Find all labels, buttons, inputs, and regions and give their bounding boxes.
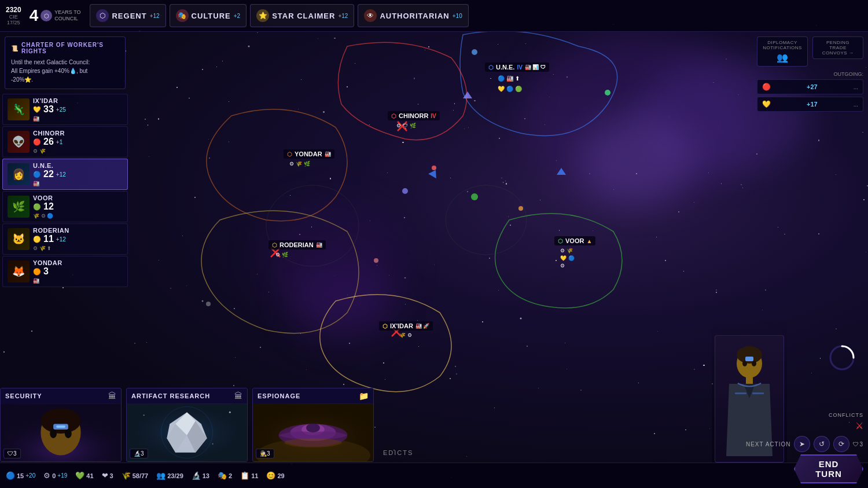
security-card[interactable]: SECURITY 🏛 [0,388,122,462]
end-turn-button[interactable]: ENDTURN [794,454,863,483]
trade-rows: 🔴 +27 ... 💛 +17 ... [752,79,868,119]
une-icons: 🔵🏭⬆ [498,75,520,82]
empire-roderian[interactable]: 🐱 RODERIAN 🟡 11 +12 ⚙ 🌾 ⬆ [2,223,128,255]
faction-regent[interactable]: ⬡ REGENT +12 [90,4,165,27]
svg-point-45 [49,438,72,452]
faction-star-claimer[interactable]: ⭐ STAR CLAIMER +12 [250,4,354,27]
trade-row-1[interactable]: 🔴 +27 ... [757,79,863,94]
roderian-avatar: 🐱 [8,228,30,250]
empire-ixidar[interactable]: 🦎 IX'IDAR 💛 33 +25 🏭 [2,94,128,125]
svg-point-24 [636,173,637,174]
diplomacy-header: DIPLOMACY NOTIFICATIONS 👥 PENDING TRADE … [752,32,868,71]
map-label-ixidar[interactable]: ⬡ IX'IDAR 🏭 🚀 [379,321,433,331]
charter-card[interactable]: 📜 CHARTER OF WORKER'S RIGHTS Until the n… [5,36,126,89]
science-icon: 🔬 [192,471,201,480]
star-claimer-icon: ⭐ [256,9,269,22]
svg-rect-44 [56,425,65,428]
svg-point-2 [471,193,478,200]
une-icons2: 💛🔵🟢 [498,86,522,92]
authoritarian-icon: 👁 [364,9,377,22]
espionage-header: ESPIONAGE 📁 [253,388,373,403]
svg-rect-35 [752,392,764,394]
svg-point-6 [374,258,378,263]
faction-culture[interactable]: 🎭 CULTURE +2 [170,4,247,27]
trade-row-2[interactable]: 💛 +17 ... [757,97,863,112]
refresh-btn[interactable]: ↺ [814,436,830,452]
ixidar-icons: 🌾⚙ [399,332,412,338]
right-panel: DIPLOMACY NOTIFICATIONS 👥 PENDING TRADE … [752,32,868,119]
stat-culture[interactable]: 🎭 2 [218,471,232,480]
food-icon: 🌾 [122,471,131,480]
map-label-chinorr[interactable]: ⬡ CHINORR IV [388,111,440,120]
charter-body: Until the next Galactic Council: All Emp… [11,58,119,84]
empire-yondar[interactable]: 🦊 YONDAR 🟠 3 🏭 [2,256,128,287]
security-header: SECURITY 🏛 [1,388,121,403]
production-icon: ⚙ [43,471,50,480]
svg-point-9 [206,302,211,306]
stat-production[interactable]: ⚙ 0 +19 [43,471,67,480]
top-bar: 2320 CIE 17/25 4 ⬡ YEARS TOCOUNCIL ⬡ REG… [0,0,868,32]
cie-display: 2320 CIE 17/25 [6,6,21,25]
council-icon: ⬡ [41,10,52,21]
stat-influence[interactable]: 🔵 15 +20 [6,471,35,480]
espionage-image: 🕵3 [253,403,373,461]
empire-chinorr[interactable]: 👽 CHINORR 🔴 26 +1 ⚙ 🌾 [2,126,128,157]
chinorr-info: CHINORR 🔴 26 +1 ⚙ 🌾 [33,130,123,154]
svg-point-3 [472,49,477,55]
chinorr-avatar: 👽 [8,131,30,153]
yondar-info: YONDAR 🟠 3 🏭 [33,259,123,284]
svg-point-30 [742,361,747,366]
chinorr-icons: ⚙🛡🌿 [396,123,416,129]
stat-science[interactable]: 🔬 13 [192,471,209,480]
stat-food[interactable]: 🌾 58/77 [122,471,149,480]
svg-point-48 [144,414,145,416]
svg-point-26 [260,347,261,348]
edicts-label: EDICTS [383,449,413,456]
stat-happiness[interactable]: 😊 29 [266,471,284,480]
conflict-icon: ⚔ [855,420,863,431]
outgoing-label: OUTGOING: [752,71,868,79]
culture-stat-icon: 🎭 [218,471,227,480]
map-label-voor[interactable]: ⬡ VOOR ▲ [554,236,595,245]
espionage-header-icon: 📁 [359,391,369,401]
svg-point-49 [229,412,231,413]
map-label-une[interactable]: ⬡ U.N.E. IV 🏭 📊 🛡 [485,63,549,72]
voor-icons: ⚙ 🌾 💛 🔵 ⚙ [560,248,575,269]
stat-population[interactable]: 👥 23/29 [156,471,183,480]
map-label-roderian[interactable]: ⬡ RODERIAN 🏭 [269,240,326,249]
security-badge: 🛡3 [3,449,21,458]
settings-btn[interactable]: ⟳ [833,436,849,452]
map-label-yondar[interactable]: ⬡ YONDAR 🏭 [284,149,334,159]
artifact-research-card[interactable]: ARTIFACT RESEARCH 🏛 [126,388,248,462]
faction-authoritarian[interactable]: 👁 AUTHORITARIAN +10 [358,4,468,27]
roderian-icons: ⚙🌿 [275,252,288,258]
bottom-right-panel: CONFLICTS ⚔ NEXT ACTION ➤ ↺ ⟳ 🛡3 ENDTURN [741,408,868,488]
une-avatar: 👩 [8,163,30,185]
voor-avatar: 🌿 [8,196,30,218]
pending-trade-button[interactable]: PENDING TRADE CONVOYS → [812,36,863,59]
status-bar: 🔵 15 +20 ⚙ 0 +19 💚 41 ❤ 3 🌾 58/77 👥 23/2… [0,463,868,488]
stat-admin[interactable]: 📋 11 [240,471,258,480]
espionage-card[interactable]: ESPIONAGE 📁 [252,388,374,462]
turn-indicator: 4 ⬡ YEARS TOCOUNCIL [30,6,81,25]
navigate-icon-btn[interactable]: ➤ [794,436,810,452]
ixidar-info: IX'IDAR 💛 33 +25 🏭 [33,97,123,122]
svg-point-62 [306,423,320,432]
svg-point-40 [41,408,80,434]
svg-point-4 [518,206,523,211]
artifact-header-icon: 🏛 [234,391,242,401]
empire-voor[interactable]: 🌿 VOOR 🟢 12 🌾 ⚙ 🔵 [2,191,128,222]
artifact-header: ARTIFACT RESEARCH 🏛 [127,388,247,403]
svg-point-8 [432,166,436,170]
regent-icon: ⬡ [96,9,109,22]
happiness-icon: 😊 [266,471,275,480]
empire-une[interactable]: 👩 U.N.E. 🔵 22 +12 🏭 [2,159,128,190]
svg-marker-11 [557,168,566,175]
stat-credits[interactable]: 💚 41 [75,471,93,480]
svg-point-42 [65,429,72,438]
security-header-icon: 🏛 [108,391,116,401]
diplomacy-button[interactable]: DIPLOMACY NOTIFICATIONS 👥 [757,36,808,67]
artifact-badge: 🔬3 [130,449,148,458]
stat-manpower[interactable]: ❤ 3 [102,471,113,480]
svg-point-20 [248,46,250,47]
